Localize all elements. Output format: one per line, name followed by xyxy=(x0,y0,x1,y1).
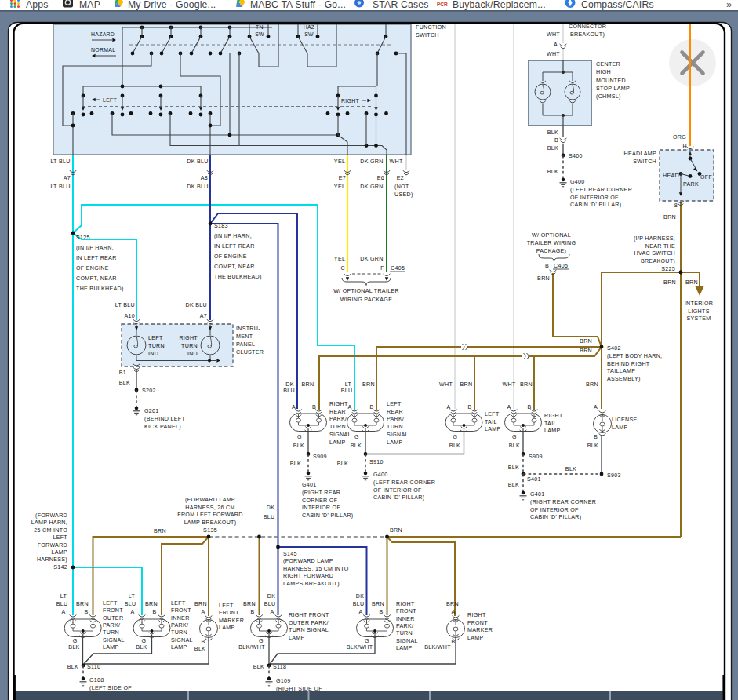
svg-text:TAILLAMP: TAILLAMP xyxy=(607,368,635,374)
svg-text:LAMP: LAMP xyxy=(289,635,305,641)
svg-text:(FORWARD LAMP: (FORWARD LAMP xyxy=(283,558,333,564)
svg-text:HAZ: HAZ xyxy=(304,24,315,30)
svg-text:S118: S118 xyxy=(273,664,286,670)
svg-text:CONNECTOR: CONNECTOR xyxy=(569,24,606,30)
svg-text:(IN I/P HARN,: (IN I/P HARN, xyxy=(214,233,252,239)
svg-text:BRN: BRN xyxy=(372,601,384,607)
svg-text:A: A xyxy=(507,404,511,410)
svg-text:A: A xyxy=(201,609,205,615)
svg-text:S910: S910 xyxy=(369,459,384,465)
svg-text:BRN: BRN xyxy=(76,601,89,607)
svg-text:G401: G401 xyxy=(530,491,545,498)
svg-text:TURN: TURN xyxy=(387,424,403,430)
svg-text:HAZARD: HAZARD xyxy=(91,31,115,37)
svg-text:DK: DK xyxy=(267,505,274,511)
svg-text:BLK: BLK xyxy=(449,443,460,449)
svg-text:(FORWARD: (FORWARD xyxy=(35,512,67,519)
svg-text:PCR: PCR xyxy=(437,2,448,7)
svg-text:LICENSE: LICENSE xyxy=(612,417,637,423)
svg-text:BLK: BLK xyxy=(68,644,79,651)
svg-text:BLU: BLU xyxy=(264,514,275,520)
svg-text:BLU: BLU xyxy=(125,601,136,607)
svg-text:TURN: TURN xyxy=(171,629,187,636)
svg-text:G: G xyxy=(73,638,78,644)
svg-text:(RIGHT REAR: (RIGHT REAR xyxy=(302,490,340,496)
svg-text:SIGNAL: SIGNAL xyxy=(103,637,125,643)
svg-text:CENTER: CENTER xyxy=(596,61,620,67)
svg-text:DK GRN: DK GRN xyxy=(360,184,383,190)
svg-text:S183: S183 xyxy=(214,223,228,229)
svg-text:BLK/WHT: BLK/WHT xyxy=(424,644,451,651)
svg-text:PARK/: PARK/ xyxy=(387,416,404,422)
svg-text:A: A xyxy=(292,404,296,410)
svg-text:LAMP: LAMP xyxy=(51,549,67,556)
svg-text:LEFT: LEFT xyxy=(53,534,67,541)
svg-text:B: B xyxy=(312,404,316,410)
svg-text:PARK/: PARK/ xyxy=(329,416,347,422)
svg-text:YEL: YEL xyxy=(334,256,345,262)
svg-text:(RIGHT REAR CORNER: (RIGHT REAR CORNER xyxy=(530,499,596,505)
svg-text:DK GRN: DK GRN xyxy=(360,159,383,165)
svg-text:BRN: BRN xyxy=(685,279,698,286)
svg-text:BRN: BRN xyxy=(362,381,375,388)
svg-text:LAMP: LAMP xyxy=(544,428,561,434)
svg-text:OF INTERIOR OF: OF INTERIOR OF xyxy=(530,507,579,513)
svg-text:BLU: BLU xyxy=(353,601,365,607)
svg-text:BLU: BLU xyxy=(341,388,353,394)
svg-text:G: G xyxy=(297,434,302,440)
svg-text:RIGHT: RIGHT xyxy=(329,401,348,407)
svg-text:H: H xyxy=(683,144,687,150)
svg-text:IND: IND xyxy=(187,351,198,357)
svg-text:WHT: WHT xyxy=(439,381,453,388)
svg-text:IN LEFT REAR: IN LEFT REAR xyxy=(76,255,117,261)
svg-text:COMPT, NEAR: COMPT, NEAR xyxy=(214,264,255,270)
svg-text:RIGHT FRONT: RIGHT FRONT xyxy=(289,612,329,618)
svg-text:LIGHTS: LIGHTS xyxy=(688,308,709,315)
svg-text:USED): USED) xyxy=(394,191,413,198)
svg-text:BLK: BLK xyxy=(547,145,558,151)
svg-text:FRONT: FRONT xyxy=(467,620,488,626)
svg-text:B: B xyxy=(250,609,254,615)
svg-text:DK: DK xyxy=(285,381,293,388)
svg-text:E6: E6 xyxy=(377,175,384,181)
svg-text:CABIN 'D' PILLAR): CABIN 'D' PILLAR) xyxy=(302,512,353,519)
svg-text:S142: S142 xyxy=(53,564,67,571)
svg-text:(LEFT REAR CORNER: (LEFT REAR CORNER xyxy=(373,479,435,486)
svg-text:B: B xyxy=(545,263,549,269)
svg-text:LEFT: LEFT xyxy=(103,600,118,607)
svg-text:BRN: BRN xyxy=(460,381,473,388)
svg-text:RIGHT: RIGHT xyxy=(179,335,198,341)
svg-text:SWITCH: SWITCH xyxy=(633,159,656,165)
svg-text:A7: A7 xyxy=(200,313,207,319)
svg-text:THE BULKHEAD): THE BULKHEAD) xyxy=(214,274,262,280)
svg-text:PARK: PARK xyxy=(683,181,699,188)
svg-text:MENT: MENT xyxy=(236,334,253,340)
svg-text:B: B xyxy=(369,404,373,410)
svg-text:DK BLU: DK BLU xyxy=(187,184,208,190)
svg-text:INTERIOR OF: INTERIOR OF xyxy=(302,505,340,511)
svg-text:NORMAL: NORMAL xyxy=(91,47,115,53)
svg-text:G400: G400 xyxy=(570,179,585,185)
svg-text:FRONT: FRONT xyxy=(103,607,123,614)
svg-text:BLK: BLK xyxy=(293,443,304,449)
svg-text:BRN: BRN xyxy=(302,381,314,388)
svg-text:FRONT: FRONT xyxy=(219,610,239,616)
svg-text:G400: G400 xyxy=(373,472,388,478)
svg-text:B: B xyxy=(594,434,598,440)
svg-text:»: » xyxy=(726,0,732,10)
svg-text:(IN I/P HARN,: (IN I/P HARN, xyxy=(76,245,114,251)
svg-text:BRN: BRN xyxy=(537,275,550,282)
svg-text:BLK: BLK xyxy=(67,664,78,670)
svg-text:(FORWARD LAMP: (FORWARD LAMP xyxy=(185,497,235,503)
svg-text:HEAD: HEAD xyxy=(663,173,679,179)
svg-text:LEFT: LEFT xyxy=(219,603,234,609)
svg-text:IND: IND xyxy=(148,351,158,357)
svg-text:S202: S202 xyxy=(142,388,156,394)
svg-text:OF INTERIOR OF: OF INTERIOR OF xyxy=(373,487,422,494)
svg-text:A: A xyxy=(358,609,362,615)
svg-text:TURN: TURN xyxy=(103,629,119,636)
svg-text:BRN: BRN xyxy=(663,214,676,221)
svg-text:PACKAGE): PACKAGE) xyxy=(536,248,567,254)
svg-text:TURN: TURN xyxy=(329,424,346,430)
svg-text:A: A xyxy=(451,609,455,615)
